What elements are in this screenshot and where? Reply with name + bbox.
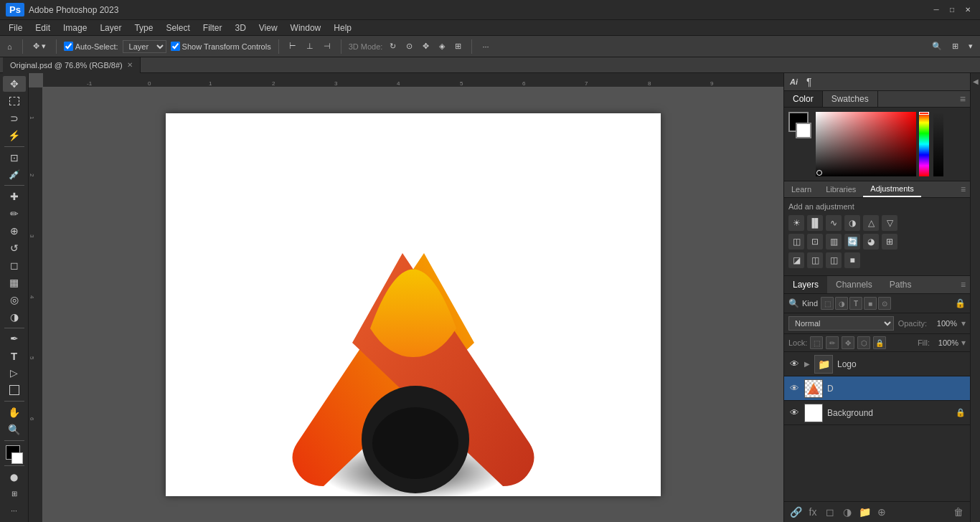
tab-learn[interactable]: Learn [784, 182, 819, 196]
layer-expand-logo[interactable]: ▶ [804, 360, 810, 368]
tab-swatches[interactable]: Swatches [823, 91, 878, 107]
history-tool[interactable]: ↺ [3, 240, 26, 256]
color-gradient-picker[interactable] [816, 112, 916, 176]
crop-tool[interactable]: ⊡ [3, 150, 26, 166]
pen-tool[interactable]: ✒ [3, 331, 26, 346]
close-button[interactable]: ✕ [961, 4, 974, 16]
blend-mode-select[interactable]: Normal Multiply Screen Overlay [788, 316, 894, 331]
background-color[interactable] [11, 452, 23, 464]
3d-slide-button[interactable]: ◈ [436, 40, 448, 52]
add-fx-button[interactable]: fx [806, 505, 820, 519]
new-layer-button[interactable]: ⊕ [875, 505, 889, 519]
filter-pixel-icon[interactable]: ⬚ [821, 297, 834, 310]
layer-row-bg[interactable]: 👁 Background 🔒 [784, 401, 970, 425]
blur-tool[interactable]: ◎ [3, 292, 26, 308]
layer-row-logo[interactable]: 👁 ▶ 📁 Logo [784, 352, 970, 376]
transform-check[interactable] [171, 42, 180, 51]
menu-edit[interactable]: Edit [29, 22, 56, 34]
zoom-tool[interactable]: 🔍 [3, 422, 26, 437]
filter-smart-icon[interactable]: ⊙ [878, 297, 891, 310]
wand-tool[interactable]: ⚡ [3, 128, 26, 143]
adj-levels[interactable]: ▐▌ [807, 215, 823, 231]
lock-position-icon[interactable]: ✥ [842, 336, 854, 349]
search-button[interactable]: 🔍 [929, 40, 945, 52]
hand-tool[interactable]: ✋ [3, 404, 26, 420]
adj-photofilter[interactable]: ▥ [826, 234, 842, 250]
document-canvas[interactable] [166, 113, 661, 496]
filter-shape-icon[interactable]: ■ [864, 297, 877, 310]
tab-libraries[interactable]: Libraries [819, 182, 863, 196]
tab-layers[interactable]: Layers [784, 276, 827, 293]
shape-tool[interactable] [3, 382, 26, 398]
layer-eye-d[interactable]: 👁 [788, 383, 800, 394]
adj-gradient-map[interactable]: ◫ [826, 252, 842, 268]
close-tab-button[interactable]: ✕ [127, 61, 133, 69]
adj-threshold[interactable]: ◫ [807, 252, 823, 268]
3d-roll-button[interactable]: ⊙ [403, 40, 415, 52]
adj-exposure[interactable]: ◑ [844, 215, 860, 231]
move-options-button[interactable]: ✥ ▾ [30, 40, 49, 52]
alpha-strip[interactable] [933, 112, 943, 176]
add-mask-button[interactable]: ◻ [823, 505, 837, 519]
auto-select-checkbox[interactable]: Auto-Select: [64, 42, 118, 51]
lock-pixels-icon[interactable]: ✏ [826, 336, 839, 349]
adj-channel[interactable]: 🔄 [844, 234, 860, 250]
3d-scale-button[interactable]: ⊞ [452, 40, 464, 52]
menu-select[interactable]: Select [160, 22, 195, 34]
doc-tab[interactable]: Original.psd @ 76.8% (RGB/8#) ✕ [3, 57, 141, 73]
adj-posterize[interactable]: ◪ [788, 252, 804, 268]
layer-row-d[interactable]: 👁 D [784, 376, 970, 401]
layer-eye-logo[interactable]: 👁 [788, 359, 800, 370]
screen-mode[interactable]: ⊞ [3, 486, 26, 502]
filter-type-icon[interactable]: T [849, 297, 862, 310]
background-color-swatch[interactable] [796, 123, 811, 138]
hue-strip[interactable] [919, 112, 929, 176]
menu-file[interactable]: File [3, 22, 28, 34]
workspace-button[interactable]: ⊞ [949, 40, 961, 52]
tab-color[interactable]: Color [784, 91, 823, 107]
tab-adjustments[interactable]: Adjustments [863, 181, 921, 197]
type-tool[interactable]: T [3, 348, 26, 364]
layers-panel-expand[interactable]: ≡ [956, 280, 970, 290]
mask-toggle[interactable]: ⬤ [3, 469, 26, 485]
filter-lock-toggle[interactable]: 🔒 [955, 298, 966, 308]
adj-curves[interactable]: ∿ [826, 215, 842, 231]
move-tool[interactable]: ✥ [3, 76, 26, 92]
adj-colorlookup[interactable]: ◕ [863, 234, 879, 250]
auto-select-check[interactable] [64, 42, 73, 51]
menu-view[interactable]: View [253, 22, 283, 34]
adj-panel-expand[interactable]: ≡ [956, 184, 970, 194]
layer-eye-bg[interactable]: 👁 [788, 407, 800, 419]
menu-layer[interactable]: Layer [94, 22, 127, 34]
adj-bw[interactable]: ⊡ [807, 234, 823, 250]
align-left-button[interactable]: ⊢ [286, 40, 299, 52]
heal-tool[interactable]: ✚ [3, 189, 26, 204]
eraser-tool[interactable]: ◻ [3, 257, 26, 273]
gradient-tool[interactable]: ▦ [3, 275, 26, 290]
3d-orbit-button[interactable]: ↻ [387, 40, 399, 52]
menu-3d[interactable]: 3D [229, 22, 251, 34]
adj-hsl[interactable]: ▽ [882, 215, 897, 231]
minimize-button[interactable]: ─ [930, 4, 943, 16]
align-center-button[interactable]: ⊥ [303, 40, 316, 52]
color-panel-expand[interactable]: ≡ [956, 93, 970, 105]
collapse-button[interactable]: ◀ [971, 76, 980, 87]
add-adj-button[interactable]: ◑ [840, 505, 854, 519]
dodge-tool[interactable]: ◑ [3, 309, 26, 325]
new-group-button[interactable]: 📁 [857, 505, 872, 519]
eyedropper-tool[interactable]: 💉 [3, 166, 26, 182]
color-swatch-area[interactable] [3, 444, 26, 463]
opacity-value[interactable]: 100% [931, 319, 957, 328]
filter-adj-icon[interactable]: ◑ [835, 297, 848, 310]
path-tool[interactable]: ▷ [3, 365, 26, 381]
adj-selectivecolor[interactable]: ■ [844, 252, 860, 268]
lock-transparent-icon[interactable]: ⬚ [810, 336, 823, 349]
arrange-button[interactable]: ▾ [966, 40, 976, 52]
menu-type[interactable]: Type [128, 22, 159, 34]
ai-button[interactable]: Ai [787, 76, 801, 87]
tab-channels[interactable]: Channels [827, 276, 881, 293]
adj-brightness[interactable]: ☀ [788, 215, 804, 231]
stamp-tool[interactable]: ⊕ [3, 223, 26, 239]
marquee-tool[interactable] [3, 93, 26, 109]
transform-checkbox[interactable]: Show Transform Controls [171, 42, 271, 51]
